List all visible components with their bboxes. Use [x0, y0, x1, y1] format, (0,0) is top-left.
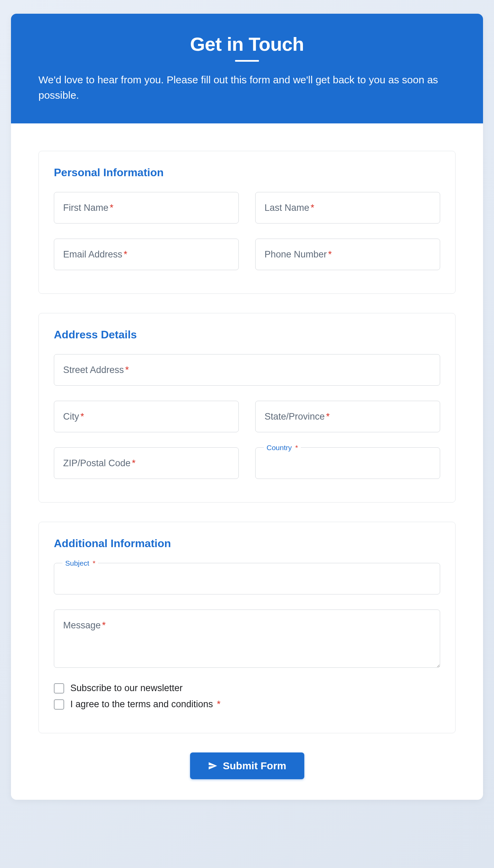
submit-button[interactable]: Submit Form — [190, 752, 304, 779]
newsletter-label: Subscribe to our newsletter — [70, 683, 183, 694]
country-field[interactable]: Country * — [255, 447, 440, 479]
phone-field[interactable]: Phone Number* — [255, 239, 440, 270]
subject-field[interactable]: Subject * — [54, 563, 440, 594]
city-field[interactable]: City* — [54, 401, 239, 432]
submit-row: Submit Form — [38, 752, 456, 779]
send-icon — [208, 761, 217, 771]
newsletter-checkbox[interactable] — [54, 683, 64, 694]
phone-input[interactable] — [256, 239, 440, 270]
required-star: * — [217, 699, 221, 709]
first-name-field[interactable]: First Name* — [54, 192, 239, 224]
street-input[interactable] — [54, 354, 440, 385]
contact-form-card: Get in Touch We'd love to hear from you.… — [11, 14, 483, 800]
card-header: Get in Touch We'd love to hear from you.… — [11, 14, 483, 123]
page-title: Get in Touch — [38, 33, 456, 55]
last-name-input[interactable] — [256, 192, 440, 223]
terms-checkbox-row: I agree to the terms and conditions * — [54, 699, 440, 710]
email-input[interactable] — [54, 239, 238, 270]
city-input[interactable] — [54, 401, 238, 432]
message-field[interactable]: Message* — [54, 610, 440, 668]
first-name-input[interactable] — [54, 192, 238, 223]
section-title-additional: Additional Information — [54, 537, 440, 550]
section-address: Address Details Street Address* City* — [38, 313, 456, 503]
title-underline — [235, 60, 259, 62]
card-body: Personal Information First Name* — [11, 123, 483, 800]
country-input[interactable] — [256, 448, 440, 479]
newsletter-checkbox-row: Subscribe to our newsletter — [54, 683, 440, 694]
submit-button-label: Submit Form — [223, 760, 286, 772]
section-additional: Additional Information Subject * Message… — [38, 522, 456, 733]
state-field[interactable]: State/Province* — [255, 401, 440, 432]
zip-input[interactable] — [54, 448, 238, 479]
subject-input[interactable] — [54, 563, 440, 594]
street-field[interactable]: Street Address* — [54, 354, 440, 386]
page-subtitle: We'd love to hear from you. Please fill … — [38, 72, 456, 103]
section-title-personal: Personal Information — [54, 166, 440, 179]
zip-field[interactable]: ZIP/Postal Code* — [54, 447, 239, 479]
section-title-address: Address Details — [54, 328, 440, 341]
terms-label: I agree to the terms and conditions * — [70, 699, 221, 710]
section-personal: Personal Information First Name* — [38, 151, 456, 294]
email-field[interactable]: Email Address* — [54, 239, 239, 270]
message-input[interactable] — [54, 610, 440, 667]
terms-checkbox[interactable] — [54, 699, 64, 710]
last-name-field[interactable]: Last Name* — [255, 192, 440, 224]
state-input[interactable] — [256, 401, 440, 432]
